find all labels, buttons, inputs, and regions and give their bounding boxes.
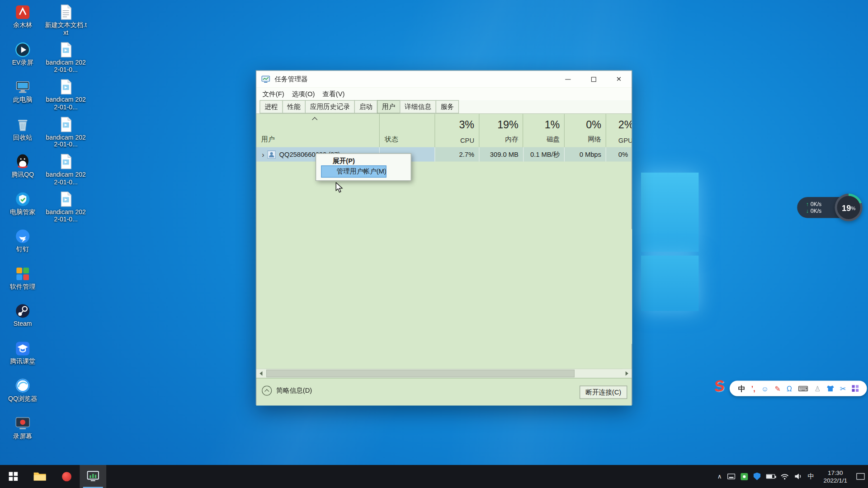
cpu-cell: 2.7% xyxy=(434,147,479,162)
tab-startup[interactable]: 启动 xyxy=(354,100,377,113)
tray-input-indicator[interactable]: 中 xyxy=(808,472,815,481)
tab-users[interactable]: 用户 xyxy=(377,100,400,113)
gpu-cell: 0% xyxy=(606,147,632,162)
desktop-icon-bandicam-file[interactable]: bandicam 2022-01-0... xyxy=(44,114,88,152)
tab-strip: 进程 性能 应用历史记录 启动 用户 详细信息 服务 xyxy=(256,101,632,114)
volume-icon[interactable] xyxy=(794,473,802,480)
desktop-icon-bandicam-file[interactable]: bandicam 2022-01-0... xyxy=(44,152,88,189)
net-speed-widget[interactable]: ↑0K/s ↓0K/s 19 % xyxy=(797,194,862,221)
tab-app-history[interactable]: 应用历史记录 xyxy=(305,100,355,113)
action-center-icon[interactable] xyxy=(856,473,864,480)
total-cpu-percent: 3% xyxy=(459,119,474,131)
column-header-cpu[interactable]: 3% CPU xyxy=(434,114,479,147)
start-button[interactable] xyxy=(0,465,27,488)
total-disk-percent: 1% xyxy=(545,119,560,131)
expand-chevron-icon[interactable]: › xyxy=(262,150,264,158)
desktop-icon-label: bandicam 2022-01-0... xyxy=(45,59,87,74)
desktop-icon-screen-recorder[interactable]: 录屏幕 xyxy=(1,413,44,450)
tray-shield-icon[interactable] xyxy=(754,473,761,480)
horizontal-scrollbar[interactable] xyxy=(256,369,632,378)
minimize-button[interactable] xyxy=(555,71,580,88)
maximize-button[interactable] xyxy=(580,71,606,88)
column-header-user[interactable]: 用户 xyxy=(256,114,379,147)
ime-handwriting-icon[interactable]: ✎ xyxy=(774,385,780,392)
taskbar-clock[interactable]: 17:30 2022/1/1 xyxy=(820,469,851,484)
mouse-cursor xyxy=(335,182,344,194)
graduation-cap-icon xyxy=(14,339,32,357)
memory-usage-gauge[interactable]: 19 % xyxy=(835,194,863,221)
column-header-network[interactable]: 0% 网络 xyxy=(564,114,606,147)
column-header-disk[interactable]: 1% 磁盘 xyxy=(523,114,564,147)
desktop-icon-label: 录屏幕 xyxy=(13,432,32,440)
disk-cell: 0.1 MB/秒 xyxy=(523,147,565,162)
ime-punctuation-icon[interactable]: ’, xyxy=(751,385,755,392)
tray-security-icon[interactable] xyxy=(741,473,748,480)
taskbar-task-manager[interactable] xyxy=(80,465,106,488)
context-menu-manage-accounts[interactable]: 管理用户帐户(M) xyxy=(321,165,386,178)
ime-toolbox-icon[interactable] xyxy=(852,385,859,392)
desktop-icon-dingtalk[interactable]: 钉钉 xyxy=(1,226,44,264)
scroll-left-button[interactable] xyxy=(256,369,266,378)
column-header-memory[interactable]: 19% 内存 xyxy=(479,114,523,147)
wifi-icon[interactable] xyxy=(781,474,789,479)
ime-skin-icon[interactable] xyxy=(827,385,834,391)
disconnect-button[interactable]: 断开连接(C) xyxy=(580,385,627,399)
tab-performance[interactable]: 性能 xyxy=(282,100,305,113)
ime-soft-keyboard-icon[interactable]: ⌨ xyxy=(798,385,808,392)
ime-screenshot-icon[interactable]: ✂ xyxy=(840,385,846,392)
clock-time: 17:30 xyxy=(820,469,851,477)
battery-icon[interactable] xyxy=(766,474,775,479)
desktop-icon-steam[interactable]: Steam xyxy=(1,301,44,338)
ime-emoji-icon[interactable]: ☺ xyxy=(761,385,769,392)
desktop-icon-ev-recorder[interactable]: EV录屏 xyxy=(1,40,44,77)
column-label: CPU xyxy=(460,136,474,144)
ime-symbols-icon[interactable]: Ω xyxy=(787,385,792,392)
desktop-icon-tencent-qq[interactable]: 腾讯QQ xyxy=(1,152,44,189)
tab-processes[interactable]: 进程 xyxy=(259,100,283,113)
clock-date: 2022/1/1 xyxy=(820,476,851,484)
scrollbar-thumb[interactable] xyxy=(266,370,575,377)
desktop-icon-software-manager[interactable]: 软件管理 xyxy=(1,263,44,301)
window-title: 任务管理器 xyxy=(274,75,307,84)
desktop-icon-pc-manager[interactable]: 电脑管家 xyxy=(1,189,44,226)
desktop-icon-qq-browser[interactable]: QQ浏览器 xyxy=(1,375,44,413)
scrollbar-track[interactable] xyxy=(266,369,623,378)
sogou-logo[interactable]: S xyxy=(713,377,726,396)
scroll-left-icon xyxy=(259,371,262,376)
menu-options[interactable]: 选项(O) xyxy=(288,89,319,99)
fewer-details-toggle[interactable]: 简略信息(D) xyxy=(262,385,312,395)
tab-details[interactable]: 详细信息 xyxy=(400,100,436,113)
scroll-right-button[interactable] xyxy=(622,369,632,378)
desktop-icon-bandicam-file[interactable]: bandicam 2022-01-0... xyxy=(44,189,88,226)
title-bar[interactable]: 任务管理器 ✕ xyxy=(256,71,632,88)
download-arrow-icon: ↓ xyxy=(806,208,809,214)
desktop-icon-label: 此电脑 xyxy=(13,96,32,104)
tab-services[interactable]: 服务 xyxy=(436,100,459,113)
column-header-gpu[interactable]: 2% GPU xyxy=(606,114,632,147)
tray-overflow-chevron-icon[interactable]: ∧ xyxy=(717,473,722,480)
menu-file[interactable]: 文件(F) xyxy=(259,89,288,99)
task-manager-icon xyxy=(87,471,99,482)
desktop-icon-new-text-file[interactable]: 新建文本文档.txt xyxy=(44,2,88,40)
desktop-icon-grid: 余木林 EV录屏 此电脑 回收站 腾讯QQ 电脑管家 钉钉 软件管理 xyxy=(1,2,87,450)
desktop-icon-bandicam-file[interactable]: bandicam 2022-01-0... xyxy=(44,77,88,114)
menu-bar: 文件(F) 选项(O) 查看(V) xyxy=(256,87,632,100)
ime-mode-chinese[interactable]: 中 xyxy=(738,385,745,392)
desktop-icon-yumulin[interactable]: 余木林 xyxy=(1,2,44,40)
user-row[interactable]: › QQ2580660683 (37) 2.7% 309.0 MB 0.1 MB… xyxy=(256,147,632,162)
close-button[interactable]: ✕ xyxy=(606,71,632,88)
desktop-icon-this-pc[interactable]: 此电脑 xyxy=(1,77,44,114)
taskbar-file-explorer[interactable] xyxy=(27,465,53,488)
desktop-icon-recycle-bin[interactable]: 回收站 xyxy=(1,114,44,152)
desktop-icon-bandicam-file[interactable]: bandicam 2022-01-0... xyxy=(44,40,88,77)
column-header-status[interactable]: 状态 xyxy=(379,114,434,147)
desktop-icon-label: bandicam 2022-01-0... xyxy=(45,134,87,149)
touch-keyboard-icon[interactable] xyxy=(727,474,735,479)
menu-view[interactable]: 查看(V) xyxy=(319,89,349,99)
system-tray: ∧ 中 17:30 2022/1/1 xyxy=(717,465,868,488)
taskbar-recorder-app[interactable] xyxy=(53,465,80,488)
ime-account-icon[interactable]: ♙ xyxy=(814,385,821,392)
task-manager-window: 任务管理器 ✕ 文件(F) 选项(O) 查看(V) 进程 性能 应用历史记录 启… xyxy=(256,70,632,405)
text-file-icon xyxy=(57,3,75,21)
desktop-icon-tencent-classroom[interactable]: 腾讯课堂 xyxy=(1,338,44,376)
